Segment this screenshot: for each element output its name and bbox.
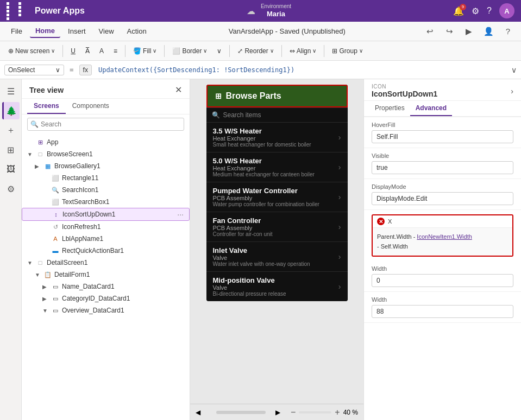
right-panel-expand-btn[interactable]: › — [511, 87, 513, 96]
font-size-button[interactable]: A — [96, 46, 108, 56]
tree-item-app[interactable]: ⊞ App — [22, 136, 190, 148]
group-icon: ⊞ — [332, 47, 337, 55]
sort-more-button[interactable]: ··· — [177, 210, 184, 219]
new-screen-button[interactable]: ⊕ New screen ∨ — [4, 46, 59, 56]
reorder-button[interactable]: ⤢ Reorder ∨ — [234, 46, 277, 56]
display-mode-value[interactable]: DisplayMode.Edit — [372, 192, 513, 205]
width-2-value[interactable]: 88 — [372, 305, 513, 318]
notifications-icon[interactable]: 🔔 9 — [453, 6, 464, 16]
formula-expand-button[interactable]: ∨ — [511, 66, 517, 74]
settings-icon[interactable]: ⚙ — [472, 6, 479, 16]
app-saved-status: VanArsdelApp - Saved (Unpublished) — [154, 27, 420, 35]
phone-list-item[interactable]: Pumped Water Controller PCB Assembly Wat… — [206, 182, 348, 212]
play-btn[interactable]: ▶ — [461, 24, 476, 39]
tree-item-overview-card[interactable]: ▼ ▭ Overview_DataCard1 — [22, 304, 190, 316]
help-icon-top[interactable]: ? — [487, 6, 492, 16]
visible-value[interactable]: true — [372, 161, 513, 174]
browse-screen-chevron: ▼ — [27, 151, 34, 157]
toolbar-sep-4 — [229, 45, 230, 57]
menu-right: ↩ ↪ ▶ 👤 ? — [422, 24, 516, 39]
tree-header: Tree view ✕ — [22, 79, 190, 99]
hover-fill-value[interactable]: Self.Fill — [372, 130, 513, 143]
tab-properties[interactable]: Properties — [369, 101, 410, 116]
tree-item-rectangle11[interactable]: ⬜ Rectangle11 — [22, 172, 190, 184]
tree-item-sort-icon[interactable]: ↕ IconSortUpDown1 ··· — [22, 208, 190, 221]
tree-item-name-card[interactable]: ▶ ▭ Name_DataCard1 — [22, 281, 190, 292]
element-type: ICON — [372, 84, 437, 90]
help-btn[interactable]: ? — [500, 24, 516, 39]
zoom-minus-btn[interactable]: − — [291, 408, 296, 417]
canvas-scroll[interactable]: ⊞ Browse Parts 🔍 Search items 3.5 W/S He… — [190, 79, 363, 404]
tree-item-category-card[interactable]: ▶ ▭ CategoryID_DataCard1 — [22, 292, 190, 304]
share-btn[interactable]: 👤 — [481, 24, 496, 39]
undo-btn[interactable]: ↩ — [422, 24, 437, 39]
avatar[interactable]: A — [499, 3, 514, 18]
phone-search-bar[interactable]: 🔍 Search items — [206, 107, 348, 122]
tree-item-detail-screen[interactable]: ▼ □ DetailScreen1 — [22, 257, 190, 269]
menu-file[interactable]: File — [5, 25, 28, 37]
formula-input[interactable] — [95, 65, 508, 75]
underline-button[interactable]: U — [67, 46, 79, 56]
browse-gallery-label: BrowseGallery1 — [54, 162, 184, 170]
name-card-icon: ▭ — [51, 282, 60, 291]
tree-item-browse-gallery[interactable]: ▶ ▦ BrowseGallery1 — [22, 160, 190, 172]
rectangle-label: Rectangle11 — [62, 174, 184, 182]
toolbar-sep-3 — [164, 45, 165, 57]
width-1-value[interactable]: 0 — [372, 274, 513, 287]
align-text-button[interactable]: ⇔ Align ∨ — [286, 46, 321, 56]
group-button[interactable]: ⊞ Group ∨ — [328, 46, 366, 56]
border-button[interactable]: ⬜ Border ∨ — [168, 46, 211, 56]
canvas-scroll-track[interactable] — [216, 411, 266, 414]
phone-list-item[interactable]: 3.5 W/S Heater Heat Exchanger Small heat… — [206, 122, 348, 152]
right-panel-tabs: Properties Advanced — [364, 101, 521, 117]
strikethrough-button[interactable]: A̅ — [81, 46, 93, 56]
tree-item-browse-screen[interactable]: ▼ □ BrowseScreen1 — [22, 148, 190, 160]
rectangle-icon: ⬜ — [51, 174, 60, 182]
menu-bar: File Home Insert View Action VanArsdelAp… — [0, 22, 521, 41]
fill-button[interactable]: 🪣 Fill ∨ — [129, 46, 160, 56]
tree-item-textbox1[interactable]: ⬜ TextSearchBox1 — [22, 196, 190, 208]
tree-search-wrap: 🔍 — [27, 118, 184, 131]
tab-advanced[interactable]: Advanced — [410, 101, 452, 116]
tree-close-button[interactable]: ✕ — [175, 85, 182, 95]
zoom-slider[interactable] — [299, 411, 331, 413]
app-icon: ⊞ — [36, 138, 45, 147]
align-button[interactable]: ≡ — [110, 46, 121, 56]
nav-media-icon[interactable]: 🖼 — [2, 161, 20, 178]
hover-fill-label: HoverFill — [372, 122, 513, 128]
nav-data-icon[interactable]: ⊞ — [2, 141, 20, 158]
quick-bar-label: RectQuickActionBar1 — [62, 247, 184, 254]
tree-item-rect-quick[interactable]: ▬ RectQuickActionBar1 — [22, 245, 190, 257]
down-button[interactable]: ∨ — [213, 46, 225, 56]
menu-view[interactable]: View — [93, 25, 120, 37]
redo-btn[interactable]: ↪ — [442, 24, 457, 39]
apps-grid-icon[interactable] — [7, 2, 29, 20]
error-formula-link[interactable]: IconNewItem1.Width — [417, 233, 472, 240]
formula-fx-button[interactable]: fx — [79, 65, 92, 75]
menu-insert[interactable]: Insert — [62, 25, 91, 37]
tree-item-detail-form[interactable]: ▼ 📋 DetailForm1 — [22, 269, 190, 281]
fill-icon: 🪣 — [133, 47, 141, 55]
formula-selector[interactable]: OnSelect ∨ — [4, 65, 64, 75]
phone-list-item[interactable]: Fan Controller PCB Assembly Controller f… — [206, 212, 348, 241]
tree-item-refresh-icon[interactable]: ↺ IconRefresh1 — [22, 221, 190, 233]
nav-add-icon[interactable]: ＋ — [2, 122, 20, 139]
nav-controls-icon[interactable]: ⚙ — [2, 180, 20, 198]
phone-list-item[interactable]: Mid-position Valve Valve Bi-directional … — [206, 271, 348, 301]
nav-home-icon[interactable]: ☰ — [2, 82, 20, 100]
scroll-right-icon[interactable]: ▶ — [275, 409, 286, 416]
zoom-plus-btn[interactable]: + — [335, 408, 340, 417]
tree-item-lbl-app[interactable]: A LblAppName1 — [22, 233, 190, 245]
phone-list-item[interactable]: 5.0 W/S Heater Heat Exchanger Medium hea… — [206, 152, 348, 182]
error-formula-text1: Parent.Width - — [377, 233, 417, 240]
menu-action[interactable]: Action — [122, 25, 152, 37]
scroll-left-icon[interactable]: ◀ — [196, 409, 206, 416]
phone-list-item[interactable]: Inlet Valve Valve Water inlet valve with… — [206, 241, 348, 271]
nav-tree-icon[interactable]: 🌲 — [2, 102, 20, 119]
tree-search-input[interactable] — [27, 118, 184, 131]
browse-gallery-icon: ▦ — [43, 162, 52, 170]
tab-components[interactable]: Components — [66, 99, 116, 114]
tab-screens[interactable]: Screens — [27, 99, 66, 114]
menu-home[interactable]: Home — [30, 24, 60, 38]
tree-item-search-icon1[interactable]: 🔍 SearchIcon1 — [22, 184, 190, 196]
